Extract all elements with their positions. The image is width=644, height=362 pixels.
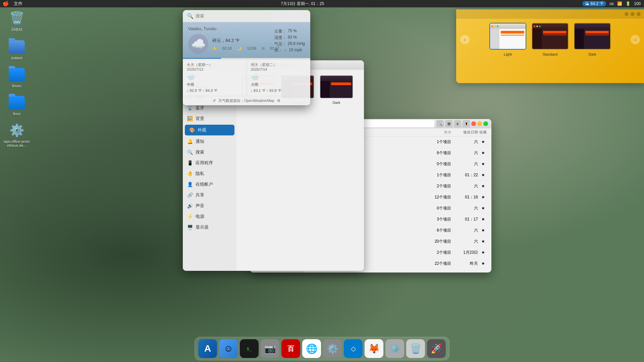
today-condition-icon: 🌧️ — [187, 73, 243, 81]
dock-chrome[interactable]: 🌐 — [302, 339, 321, 358]
notifications-label: 通知 — [196, 138, 204, 144]
sidebar-item-share[interactable]: 🔗 共享 — [183, 190, 236, 200]
file-size: 2个项目 — [424, 183, 451, 189]
appearance-option-dark[interactable]: Dark — [320, 75, 353, 105]
fm-upload-button[interactable]: ⬆ — [463, 120, 470, 127]
weather-refresh-icon[interactable]: ↺ — [213, 99, 216, 103]
dock-appstore[interactable]: A — [198, 339, 217, 358]
file-fav[interactable]: ★ — [478, 206, 488, 210]
menubar-locale: us — [609, 1, 614, 6]
file-fav[interactable]: ★ — [478, 228, 488, 233]
settings-icon: ⚙️ — [327, 343, 338, 354]
file-fav[interactable]: ★ — [478, 217, 488, 222]
rocket-icon: 🚀 — [431, 343, 442, 354]
weather-settings-icon[interactable]: ⚙ — [277, 99, 280, 103]
apps-icon: 📱 — [187, 160, 193, 166]
sidebar-item-notifications[interactable]: 🔔 通知 — [183, 136, 236, 147]
menubar-left: 🍎 文件 — [0, 1, 22, 7]
file-fav[interactable]: ★ — [478, 173, 488, 177]
dock-firefox[interactable]: 🦊 — [365, 339, 383, 358]
wind-value: ← 15 mph — [284, 48, 302, 53]
vscode-icon: ◇ — [351, 345, 356, 353]
next-chevron-icon[interactable]: › — [631, 35, 640, 44]
topright-btn-3[interactable] — [637, 12, 641, 16]
tomorrow-condition: 大雨 — [251, 82, 307, 87]
sidebar-item-display[interactable]: 🖥️ 显示器 — [183, 222, 236, 233]
privacy-icon: 🤚 — [187, 171, 193, 176]
sidebar-item-power[interactable]: ⚡ 电源 — [183, 211, 236, 222]
file-size: 12个项目 — [424, 194, 451, 200]
file-fav[interactable]: ★ — [478, 250, 488, 255]
dock-settings[interactable]: ⚙️ — [323, 339, 342, 358]
background-icon: 🖼️ — [187, 116, 193, 121]
desktop-icon-linuxc[interactable]: linuxc — [3, 67, 30, 88]
weather-stats: 云量：75 % 湿度：83 % 气压：29.8 inHg 风：← 15 mph — [274, 28, 305, 54]
trash-dock-icon: 🗑️ — [410, 343, 422, 354]
file-size: 6个项目 — [424, 150, 451, 156]
weather-current: ☁️ 碎云，84.2 °F ☀️ 02:18 🌙 13:58 ⊙ 01:17 — [188, 34, 279, 54]
weather-footer: ↺ 天气数据源自：OpenWeatherMap ⚙ — [183, 96, 310, 105]
desktop-icon-linux[interactable]: linux — [3, 95, 30, 116]
col-size: 大小 — [424, 130, 451, 135]
topright-btn-1[interactable] — [625, 12, 629, 16]
menubar-right: 🌤 84.2 °F us 📶 🔋 100 — [582, 1, 644, 6]
sidebar-item-search[interactable]: 🔍 搜索 — [183, 147, 236, 158]
privacy-label: 隐私 — [196, 171, 204, 177]
appearance-dark-item[interactable]: Dark — [574, 23, 611, 56]
dock-screenshot[interactable]: 📷 — [261, 339, 279, 358]
desktop-icon-wps[interactable]: ⚙️ wps-office-prometheus.de... — [3, 122, 30, 147]
appearance-light-item[interactable]: Light — [489, 23, 526, 56]
menubar-battery-level: 100 — [634, 1, 641, 6]
menubar-datetime: 7月13日 星期一, 01：25 — [22, 1, 582, 7]
file-date: 01：17 — [451, 217, 478, 222]
wind-label: 风： — [274, 48, 282, 53]
appearance-standard-item[interactable]: Standard — [532, 23, 569, 56]
weather-search-input[interactable] — [196, 13, 306, 18]
prev-chevron-icon[interactable]: ‹ — [460, 35, 470, 44]
file-fav[interactable]: ★ — [478, 139, 488, 144]
sunrise-time: 02:18 — [222, 46, 232, 51]
file-fav[interactable]: ★ — [478, 184, 488, 188]
file-fav[interactable]: ★ — [478, 261, 488, 266]
notifications-icon: 🔔 — [187, 139, 193, 144]
linux-label: linux — [13, 112, 21, 116]
desktop-icon-bokket[interactable]: bokket — [3, 39, 30, 60]
trash-label: 回收站 — [11, 27, 22, 32]
file-date: 昨天 — [451, 261, 478, 266]
linuxc-icon — [9, 67, 25, 83]
topright-btn-2[interactable] — [631, 12, 635, 16]
pressure-label: 气压： — [274, 41, 286, 47]
fm-search-button[interactable]: 🔍 — [436, 120, 444, 127]
file-date: 六 — [451, 228, 478, 233]
sidebar-item-online[interactable]: 👤 在线帐户 — [183, 179, 236, 190]
menubar: 🍎 文件 7月13日 星期一, 01：25 🌤 84.2 °F us 📶 🔋 1… — [0, 0, 644, 7]
file-size: 1个项目 — [424, 139, 451, 145]
file-date: 1月23日 — [451, 250, 478, 255]
sidebar-item-appearance[interactable]: 🎨 外观 — [185, 125, 234, 135]
dock-trash[interactable]: 🗑️ — [406, 339, 425, 358]
dock-rocket[interactable]: 🚀 — [427, 339, 446, 358]
fm-toolbar-right: 🔍 ⊞ ∨ ⬆ — [436, 120, 488, 127]
sidebar-item-apps[interactable]: 📱 应用程序 — [183, 158, 236, 168]
fm-view-dropdown[interactable]: ∨ — [454, 120, 461, 127]
sidebar-item-sound[interactable]: 🔊 声音 — [183, 200, 236, 211]
file-fav[interactable]: ★ — [478, 150, 488, 155]
menubar-weather[interactable]: 🌤 84.2 °F — [582, 1, 606, 6]
file-fav[interactable]: ★ — [478, 239, 488, 244]
apple-logo-icon[interactable]: 🍎 — [3, 1, 9, 7]
dock-vscode[interactable]: ◇ — [344, 339, 363, 358]
desktop-icon-trash[interactable]: 🗑️ 回收站 — [3, 10, 30, 32]
dock-finder[interactable]: ☺ — [219, 339, 238, 358]
dock-sysprefs[interactable]: ⚙️ — [385, 339, 404, 358]
appearance-label: 外观 — [198, 127, 206, 133]
menubar-app-name[interactable]: 文件 — [14, 1, 22, 7]
sidebar-item-privacy[interactable]: 🤚 隐私 — [183, 168, 236, 179]
weather-forecast: 今天（星期一） 2020/7/13 🌧️ 中雨 ↓ 82.9 °F ↑ 84.3… — [183, 59, 310, 96]
dock-terminal[interactable]: $_ — [240, 339, 259, 358]
fm-view-button[interactable]: ⊞ — [445, 120, 452, 127]
sidebar-item-background[interactable]: 🖼️ 背景 — [183, 113, 236, 124]
file-fav[interactable]: ★ — [478, 162, 488, 166]
dock-baidu[interactable]: 百 — [281, 339, 300, 358]
file-fav[interactable]: ★ — [478, 195, 488, 199]
file-size: 6个项目 — [424, 228, 451, 233]
